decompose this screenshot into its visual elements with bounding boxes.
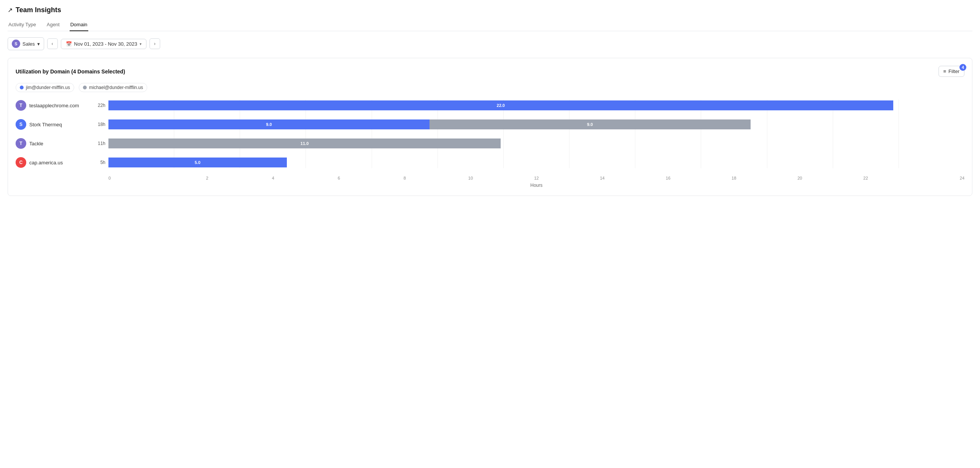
x-tick-6: 6 xyxy=(306,176,372,180)
legend-item-jim: jim@dunder-mifflin.us xyxy=(16,83,74,92)
row-icon-3: C xyxy=(16,157,26,168)
x-axis-ticks: 0 2 4 6 8 10 12 14 16 18 20 22 24 xyxy=(16,176,964,180)
x-tick-22: 22 xyxy=(833,176,899,180)
row-bars-1: 9.0 9.0 xyxy=(108,119,964,129)
tabs-container: Activity Type Agent Domain xyxy=(8,19,972,31)
legend-label-jim: jim@dunder-mifflin.us xyxy=(26,85,70,90)
filter-label: Filter xyxy=(948,68,959,74)
chart-row-0: T teslaapplechrome.com 22h 22.0 xyxy=(16,100,964,111)
tab-agent[interactable]: Agent xyxy=(46,19,60,31)
controls-row: S Sales ▾ ‹ 📅 Nov 01, 2023 - Nov 30, 202… xyxy=(8,37,972,50)
row-bars-3: 5.0 xyxy=(108,158,964,167)
date-range-label: Nov 01, 2023 - Nov 30, 2023 xyxy=(74,41,137,47)
tab-domain[interactable]: Domain xyxy=(70,19,88,31)
team-label: Sales xyxy=(22,41,35,47)
team-chevron-icon: ▾ xyxy=(37,41,40,47)
row-icon-0: T xyxy=(16,100,26,111)
chart-section: Utilization by Domain (4 Domains Selecte… xyxy=(8,58,972,196)
x-tick-14: 14 xyxy=(570,176,635,180)
filter-icon: ≡ xyxy=(943,68,947,74)
row-name-3: cap.america.us xyxy=(29,160,63,166)
x-tick-10: 10 xyxy=(438,176,503,180)
chart-header: Utilization by Domain (4 Domains Selecte… xyxy=(16,66,964,77)
row-icon-1: S xyxy=(16,119,26,130)
row-bars-2: 11.0 xyxy=(108,138,964,148)
x-tick-24: 24 xyxy=(899,176,964,180)
bar-chart-area: T teslaapplechrome.com 22h 22.0 S Stork … xyxy=(16,100,964,188)
page-title: Team Insights xyxy=(16,6,61,14)
legend-dot-jim xyxy=(20,86,24,89)
chart-row-2: T Tackle 11h 11.0 xyxy=(16,138,964,149)
page-header: ↗ Team Insights xyxy=(8,6,972,14)
row-label-1: S Stork Thermeq xyxy=(16,119,92,130)
chart-title: Utilization by Domain (4 Domains Selecte… xyxy=(16,68,125,75)
x-tick-2: 2 xyxy=(174,176,240,180)
team-avatar: S xyxy=(12,40,20,48)
x-axis-title: Hours xyxy=(16,183,964,188)
team-selector[interactable]: S Sales ▾ xyxy=(8,37,44,50)
tab-activity-type[interactable]: Activity Type xyxy=(8,19,37,31)
row-label-0: T teslaapplechrome.com xyxy=(16,100,92,111)
row-hours-3: 5h xyxy=(92,160,105,165)
row-bars-0: 22.0 xyxy=(108,100,964,110)
date-range-button[interactable]: 📅 Nov 01, 2023 - Nov 30, 2023 ▾ xyxy=(61,39,146,49)
x-tick-20: 20 xyxy=(767,176,833,180)
x-tick-4: 4 xyxy=(240,176,306,180)
row-name-2: Tackle xyxy=(29,141,43,146)
legend-item-michael: michael@dunder-mifflin.us xyxy=(79,83,147,92)
legend-label-michael: michael@dunder-mifflin.us xyxy=(89,85,143,90)
bar-2-0: 11.0 xyxy=(108,138,501,148)
calendar-icon: 📅 xyxy=(66,41,72,47)
row-hours-1: 18h xyxy=(92,122,105,127)
legend-dot-michael xyxy=(83,86,87,89)
bar-1-1: 9.0 xyxy=(430,119,751,129)
filter-button[interactable]: ≡ Filter 4 xyxy=(939,66,964,77)
chart-row-3: C cap.america.us 5h 5.0 xyxy=(16,157,964,168)
date-prev-button[interactable]: ‹ xyxy=(47,38,58,49)
chart-legend: jim@dunder-mifflin.us michael@dunder-mif… xyxy=(16,83,964,92)
bar-3-0: 5.0 xyxy=(108,158,287,167)
bar-1-0: 9.0 xyxy=(108,119,430,129)
row-icon-2: T xyxy=(16,138,26,149)
trend-icon: ↗ xyxy=(8,6,13,14)
row-hours-2: 11h xyxy=(92,141,105,146)
x-tick-8: 8 xyxy=(372,176,438,180)
row-name-1: Stork Thermeq xyxy=(29,122,62,127)
row-label-2: T Tackle xyxy=(16,138,92,149)
x-tick-18: 18 xyxy=(701,176,767,180)
chart-row-1: S Stork Thermeq 18h 9.0 9.0 xyxy=(16,119,964,130)
bar-0-0: 22.0 xyxy=(108,100,893,110)
date-next-button[interactable]: › xyxy=(150,38,160,49)
x-tick-12: 12 xyxy=(503,176,569,180)
row-name-0: teslaapplechrome.com xyxy=(29,103,79,108)
x-tick-16: 16 xyxy=(635,176,701,180)
row-hours-0: 22h xyxy=(92,103,105,108)
date-chevron-icon: ▾ xyxy=(140,42,142,46)
row-label-3: C cap.america.us xyxy=(16,157,92,168)
x-tick-0: 0 xyxy=(108,176,174,180)
filter-badge: 4 xyxy=(959,64,966,71)
